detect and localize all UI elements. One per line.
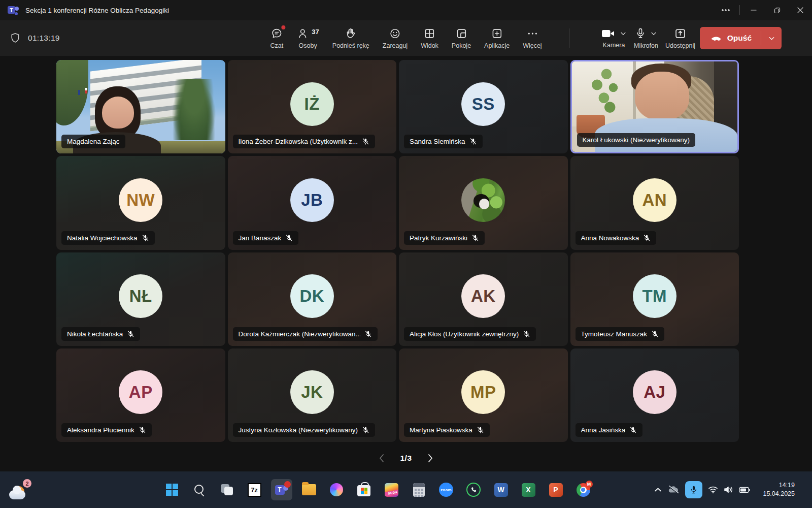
search-button[interactable] <box>189 479 210 500</box>
mic-muted-icon <box>643 234 651 242</box>
notification-dot <box>284 481 291 488</box>
camera-icon <box>601 27 616 40</box>
teams-app-icon: T <box>8 5 19 16</box>
mic-muted-icon <box>142 234 149 242</box>
raise-hand-button[interactable]: Podnieś rękę <box>327 24 375 52</box>
view-icon <box>423 27 436 40</box>
file-explorer-button[interactable] <box>298 479 320 500</box>
candy-crush-button[interactable]: SODA <box>381 479 402 500</box>
task-view-button[interactable] <box>216 479 238 500</box>
avatar: AK <box>461 274 505 318</box>
avatar: NW <box>119 178 162 222</box>
teams-app-button[interactable]: T <box>271 479 292 500</box>
people-button[interactable]: 37 Osoby <box>291 24 324 52</box>
window-more-options-icon[interactable] <box>714 0 737 20</box>
shelf <box>714 61 737 132</box>
copilot-button[interactable] <box>326 479 347 500</box>
7zip-icon: 7z <box>248 483 261 497</box>
share-icon <box>673 27 687 40</box>
microphone-button[interactable]: Mikrofon <box>633 25 659 51</box>
avatar: JB <box>290 178 334 222</box>
leave-options-chevron[interactable] <box>761 27 782 49</box>
apps-button[interactable]: Aplikacje <box>479 24 515 52</box>
powerpoint-icon: P <box>549 483 563 497</box>
chat-icon <box>270 27 283 40</box>
chat-button[interactable]: Czat <box>265 24 288 52</box>
microsoft-store-button[interactable] <box>353 479 375 500</box>
weather-widget[interactable]: 2 <box>9 479 32 500</box>
participant-tile[interactable]: JB Jan Banaszak <box>228 156 397 249</box>
avatar: NŁ <box>119 274 162 318</box>
camera-button[interactable]: Kamera <box>600 25 628 51</box>
participant-tile[interactable]: AN Anna Nowakowska <box>570 156 739 249</box>
chevron-down-icon[interactable] <box>620 30 627 37</box>
participant-tile[interactable]: SS Sandra Siemińska <box>399 60 568 153</box>
avatar: JK <box>290 370 334 414</box>
participant-tile[interactable]: IŻ Ilona Żeber-Dzikowska (Użytkownik z..… <box>228 60 397 153</box>
weather-badge: 2 <box>23 479 31 488</box>
participant-name-label: Aleksandra Płuciennik <box>61 423 152 437</box>
powerpoint-button[interactable]: P <box>545 479 566 500</box>
participant-name-label: Justyna Kozłowska (Niezweryfikowany) <box>233 423 376 437</box>
close-button[interactable] <box>789 0 812 20</box>
flag <box>78 90 80 95</box>
participant-name-label: Jan Banaszak <box>233 231 299 245</box>
participant-name-label: Karol Łukowski (Niezweryfikowany) <box>577 133 696 147</box>
more-button[interactable]: Więcej <box>518 24 547 52</box>
chevron-down-icon[interactable] <box>650 30 657 37</box>
participant-tile[interactable]: JK Justyna Kozłowska (Niezweryfikowany) <box>228 348 397 442</box>
participant-name-label: Dorota Kaźmierczak (Niezweryfikowan... <box>233 327 378 341</box>
mic-in-use-indicator[interactable] <box>685 481 702 498</box>
excel-button[interactable]: X <box>518 479 539 500</box>
participant-tile[interactable]: NW Natalia Wojciechowska <box>56 156 225 249</box>
minimize-button[interactable] <box>742 0 765 20</box>
leave-button[interactable]: Opuść <box>700 27 782 49</box>
restore-button[interactable] <box>765 0 789 20</box>
windows-logo-icon <box>166 484 178 496</box>
start-button[interactable] <box>161 479 183 500</box>
task-view-icon <box>221 484 233 495</box>
whatsapp-button[interactable] <box>463 479 484 500</box>
participant-tile[interactable]: TM Tymoteusz Manuszak <box>570 252 739 346</box>
participant-tile[interactable]: AJ Anna Jasińska <box>570 348 739 442</box>
participant-name-label: Anna Nowakowska <box>576 231 657 245</box>
participant-tile[interactable]: AK Alicja Kłos (Użytkownik zewnętrzny) <box>399 252 568 346</box>
zoom-app-button[interactable]: zoom <box>435 479 457 500</box>
volume-icon[interactable] <box>724 486 733 494</box>
participant-name-label: Martyna Piaskowska <box>404 423 490 437</box>
onedrive-offline-icon[interactable] <box>667 485 680 494</box>
mic-muted-icon <box>469 138 477 145</box>
avatar: AN <box>633 178 676 222</box>
mic-muted-icon <box>629 426 637 434</box>
participant-name-label: Sandra Siemińska <box>404 135 483 148</box>
7zip-app-button[interactable]: 7z <box>244 479 265 500</box>
rooms-button[interactable]: Pokoje <box>447 24 476 52</box>
participant-tile[interactable]: NŁ Nikola Łechtańska <box>56 252 225 346</box>
participant-tile[interactable]: MP Martyna Piaskowska <box>399 348 568 442</box>
grid-pagination: 1/3 <box>0 447 812 469</box>
candy-crush-icon: SODA <box>385 483 398 497</box>
clock-widget[interactable]: 14:19 15.04.2025 <box>763 481 795 498</box>
clock-time: 14:19 <box>763 481 795 490</box>
participant-tile-active-speaker[interactable]: Karol Łukowski (Niezweryfikowany) <box>570 60 739 153</box>
wifi-icon[interactable] <box>708 486 718 494</box>
cloud-icon <box>9 490 25 499</box>
react-button[interactable]: Zareaguj <box>378 24 413 52</box>
mic-muted-icon <box>651 330 659 338</box>
participant-tile[interactable]: Patryk Kurzawiński <box>399 156 568 249</box>
previous-page-button[interactable] <box>376 452 388 464</box>
mic-muted-icon <box>362 426 369 434</box>
calculator-button[interactable] <box>408 479 429 500</box>
tray-chevron-up-icon[interactable] <box>654 487 662 492</box>
word-button[interactable]: W <box>490 479 512 500</box>
view-button[interactable]: Widok <box>416 24 444 52</box>
chrome-button[interactable]: M <box>572 479 594 500</box>
battery-icon[interactable] <box>739 487 750 493</box>
next-page-button[interactable] <box>424 452 436 464</box>
participant-tile[interactable]: DK Dorota Kaźmierczak (Niezweryfikowan..… <box>228 252 397 346</box>
people-icon <box>296 27 310 40</box>
participant-tile[interactable]: AP Aleksandra Płuciennik <box>56 348 225 442</box>
share-button[interactable]: Udostępnij <box>664 25 696 51</box>
participant-grid: Magdalena Zając IŻ Ilona Żeber-Dzikowska… <box>56 60 739 442</box>
participant-tile[interactable]: Magdalena Zając <box>56 60 225 153</box>
